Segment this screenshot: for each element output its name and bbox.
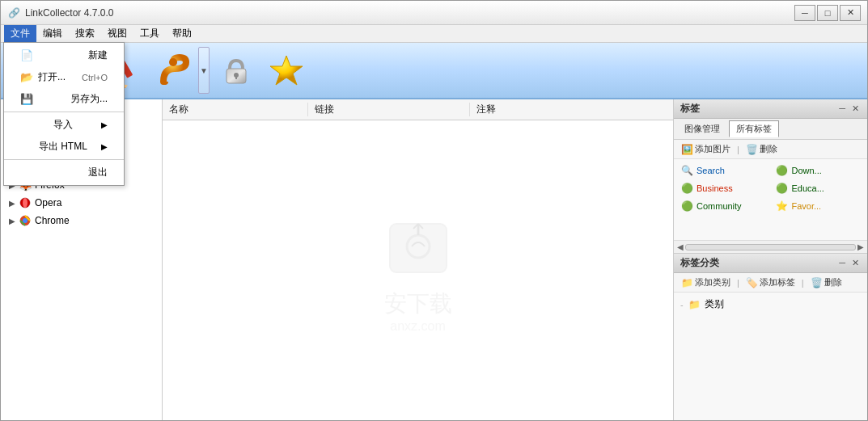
col-header-note: 注释	[470, 103, 673, 116]
add-image-btn[interactable]: 🖼️ 添加图片	[679, 142, 733, 156]
new-icon: 📄	[20, 49, 33, 61]
svg-line-23	[418, 224, 423, 229]
col-header-name: 名称	[163, 103, 308, 116]
save-label: 另存为...	[70, 92, 108, 106]
tag-business-label: Business	[697, 183, 733, 193]
svg-point-18	[23, 218, 28, 223]
toolbar-lock-button[interactable]	[213, 47, 260, 94]
business-tag-icon: 🟢	[680, 182, 693, 195]
toolbar: ▼	[1, 43, 867, 99]
delete-tag-btn[interactable]: 🗑️ 删除	[743, 142, 780, 156]
tag-search[interactable]: 🔍 Search	[677, 162, 769, 179]
cat-divider2: |	[802, 278, 804, 288]
delete-label: 删除	[760, 143, 777, 155]
tags-cat-toolbar: 📁 添加类别 | 🏷️ 添加标签 | 🗑️ 删除	[674, 273, 867, 293]
tags-toolbar: 🖼️ 添加图片 | 🗑️ 删除	[674, 140, 867, 159]
tags-cat-section: 标签分类 ─ ✕ 📁 添加类别 | 🏷️ 添加标签	[674, 254, 867, 420]
cat-folder-icon: 📁	[688, 298, 701, 311]
tags-scrollbar: ◀ ▶	[674, 240, 867, 253]
sidebar-item-opera[interactable]: ▶ Opera	[1, 194, 162, 212]
tag-business[interactable]: 🟢 Business	[677, 180, 769, 196]
chrome-expand[interactable]: ▶	[7, 216, 17, 225]
star-icon	[267, 51, 306, 90]
scroll-track[interactable]	[685, 244, 856, 250]
app-icon: 🔗	[7, 6, 20, 19]
education-tag-icon: 🟢	[776, 182, 789, 195]
tags-cat-header: 标签分类 ─ ✕	[674, 254, 867, 273]
tag-favorites[interactable]: ⭐ Favor...	[773, 198, 865, 214]
close-button[interactable]: ✕	[840, 5, 861, 21]
tags-cat-controls: ─ ✕	[837, 258, 861, 268]
maximize-button[interactable]: □	[817, 5, 838, 21]
tags-section: 标签 ─ ✕ 图像管理 所有标签 🖼️ 添加图片	[674, 99, 867, 254]
open-icon: 📂	[20, 71, 33, 83]
menu-search[interactable]: 搜索	[69, 25, 101, 42]
menu-exit[interactable]: · 退出	[4, 162, 124, 183]
svg-line-22	[413, 224, 418, 229]
separator-1	[4, 112, 124, 112]
tags-cat-minimize-btn[interactable]: ─	[837, 258, 847, 268]
snake-dropdown-arrow[interactable]: ▼	[198, 47, 210, 94]
snake-icon	[155, 51, 194, 90]
menu-export-html[interactable]: · 导出 HTML ▶	[4, 136, 124, 158]
tags-close-btn[interactable]: ✕	[850, 103, 861, 114]
exit-label: 退出	[88, 166, 108, 179]
tags-minimize-btn[interactable]: ─	[837, 103, 847, 114]
watermark: 安下载 anxz.com	[378, 208, 459, 334]
menu-open[interactable]: 📂 打开... Ctrl+O	[4, 66, 124, 88]
scroll-right[interactable]: ▶	[857, 242, 864, 251]
menu-file[interactable]: 文件	[4, 25, 36, 42]
add-category-btn[interactable]: 📁 添加类别	[679, 276, 733, 289]
svg-point-10	[169, 58, 177, 66]
watermark-icon	[378, 208, 459, 288]
menu-view[interactable]: 视图	[101, 25, 133, 42]
new-label: 新建	[88, 48, 108, 62]
tab-all-tags[interactable]: 所有标签	[729, 120, 779, 137]
watermark-text: 安下载	[384, 288, 452, 319]
download-tag-icon: 🟢	[776, 164, 789, 177]
export-label: 导出 HTML	[39, 140, 87, 154]
tags-section-header: 标签 ─ ✕	[674, 99, 867, 119]
right-panel: 标签 ─ ✕ 图像管理 所有标签 🖼️ 添加图片	[673, 99, 867, 420]
sidebar-label-chrome: Chrome	[35, 215, 70, 226]
delete-icon: 🗑️	[746, 144, 758, 155]
menu-edit[interactable]: 编辑	[36, 25, 69, 42]
minimize-button[interactable]: ─	[794, 5, 815, 21]
chrome-icon	[19, 214, 32, 227]
add-image-icon: 🖼️	[681, 144, 693, 155]
watermark-subtext: anxz.com	[390, 319, 445, 334]
menu-save-as[interactable]: 💾 另存为...	[4, 88, 124, 110]
cat-divider1: |	[737, 278, 739, 288]
toolbar-star-button[interactable]	[263, 47, 310, 94]
category-item[interactable]: - 📁 类别	[677, 296, 864, 313]
col-header-link: 链接	[308, 103, 470, 116]
menu-help[interactable]: 帮助	[166, 25, 198, 42]
tag-community-label: Community	[697, 201, 742, 211]
content-body: 安下载 anxz.com	[163, 120, 673, 420]
tags-row-1: 🔍 Search 🟢 Down...	[677, 162, 864, 179]
opera-expand[interactable]: ▶	[7, 198, 17, 208]
tab-image-mgmt[interactable]: 图像管理	[677, 120, 727, 137]
open-shortcut: Ctrl+O	[82, 73, 108, 82]
tag-education[interactable]: 🟢 Educa...	[773, 180, 865, 196]
svg-point-16	[23, 198, 28, 208]
toolbar-snake-button[interactable]	[151, 47, 198, 94]
tags-cat-close-btn[interactable]: ✕	[850, 258, 861, 268]
file-dropdown-menu: 📄 新建 📂 打开... Ctrl+O 💾 另存为... · 导入 ▶ · 导出…	[3, 42, 125, 186]
menu-new[interactable]: 📄 新建	[4, 44, 124, 66]
menu-import[interactable]: · 导入 ▶	[4, 114, 124, 136]
tag-download[interactable]: 🟢 Down...	[773, 162, 865, 179]
scroll-left[interactable]: ◀	[677, 242, 684, 251]
add-tag-btn[interactable]: 🏷️ 添加标签	[743, 276, 798, 289]
tags-controls: ─ ✕	[837, 103, 861, 114]
menu-tools[interactable]: 工具	[133, 25, 166, 42]
tag-community[interactable]: 🟢 Community	[677, 198, 769, 214]
add-cat-icon: 📁	[681, 277, 693, 288]
tags-list: 🔍 Search 🟢 Down... 🟢 Business	[674, 159, 867, 240]
toolbar-snake-group: ▼	[151, 47, 210, 94]
sidebar-item-chrome[interactable]: ▶ Chrome	[1, 212, 162, 229]
delete-cat-btn[interactable]: 🗑️ 删除	[808, 276, 845, 289]
window-title: LinkCollector 4.7.0.0	[25, 7, 794, 19]
cat-dash: -	[680, 300, 684, 309]
lock-icon	[217, 51, 256, 90]
